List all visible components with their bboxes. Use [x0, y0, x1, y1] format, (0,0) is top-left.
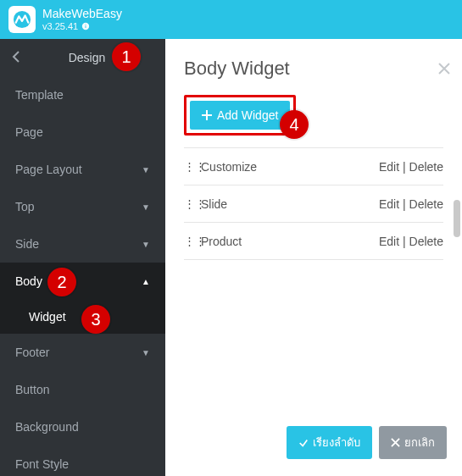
- brand-text: MakeWebEasy v3.25.41: [42, 8, 122, 30]
- widget-name: Product: [201, 235, 379, 248]
- sidebar-item-label: Background: [15, 420, 79, 434]
- svg-rect-2: [86, 25, 86, 28]
- chevron-left-icon: [12, 51, 20, 63]
- drag-handle-icon[interactable]: ⋮⋮: [184, 197, 196, 210]
- sidebar-item-label: Side: [15, 237, 39, 251]
- widget-actions: Edit | Delete: [379, 235, 443, 248]
- sidebar-item-label: Button: [15, 383, 49, 396]
- sidebar-item-footer[interactable]: Footer ▼: [0, 334, 165, 371]
- content-panel: Body Widget Add Widget ⋮⋮ Customize Edit…: [165, 39, 462, 476]
- widget-row: ⋮⋮ Slide Edit | Delete: [184, 185, 443, 223]
- widget-name: Slide: [201, 197, 379, 211]
- sidebar: Design Template Page Page Layout ▼ Top ▼…: [0, 39, 165, 476]
- sidebar-item-label: Footer: [15, 346, 49, 359]
- add-widget-label: Add Widget: [217, 108, 278, 122]
- sidebar-item-page-layout[interactable]: Page Layout ▼: [0, 151, 165, 188]
- delete-link[interactable]: Delete: [409, 160, 443, 174]
- add-widget-highlight: Add Widget: [184, 95, 296, 136]
- edit-link[interactable]: Edit: [379, 160, 399, 174]
- back-icon[interactable]: [12, 51, 20, 65]
- sidebar-item-background[interactable]: Background: [0, 408, 165, 446]
- callout-3: 3: [81, 305, 110, 334]
- sidebar-item-side[interactable]: Side ▼: [0, 225, 165, 263]
- cancel-button[interactable]: ยกเลิก: [379, 426, 447, 459]
- version-text: v3.25.41: [42, 21, 78, 31]
- close-button[interactable]: [438, 59, 450, 79]
- sidebar-item-label: Font Style: [15, 457, 69, 471]
- close-icon: [438, 63, 450, 75]
- sidebar-item-template[interactable]: Template: [0, 76, 165, 113]
- chevron-down-icon: ▼: [142, 348, 150, 357]
- sidebar-item-label: Page: [15, 125, 43, 139]
- sidebar-item-body[interactable]: Body ▲: [0, 263, 165, 300]
- brand-version: v3.25.41: [42, 21, 122, 31]
- action-separator: |: [399, 160, 409, 174]
- action-separator: |: [399, 197, 409, 211]
- brand-name: MakeWebEasy: [42, 8, 122, 20]
- callout-4: 4: [280, 110, 309, 139]
- drag-handle-icon[interactable]: ⋮⋮: [184, 160, 196, 173]
- chevron-down-icon: ▼: [142, 202, 150, 212]
- chevron-down-icon: ▼: [142, 165, 150, 174]
- scrollbar[interactable]: [454, 200, 460, 237]
- widget-name: Customize: [201, 160, 379, 174]
- add-widget-button[interactable]: Add Widget: [190, 101, 290, 130]
- widget-actions: Edit | Delete: [379, 197, 443, 211]
- svg-rect-8: [202, 114, 212, 116]
- info-icon: [81, 22, 90, 30]
- drag-handle-icon[interactable]: ⋮⋮: [184, 235, 196, 247]
- widget-list: ⋮⋮ Customize Edit | Delete ⋮⋮ Slide Edit…: [184, 147, 443, 260]
- edit-link[interactable]: Edit: [379, 235, 399, 248]
- brand-logo-icon: [13, 10, 31, 29]
- widget-row: ⋮⋮ Product Edit | Delete: [184, 223, 443, 260]
- sidebar-item-font-style[interactable]: Font Style: [0, 446, 165, 476]
- delete-link[interactable]: Delete: [409, 197, 443, 211]
- panel-title: Body Widget: [184, 58, 443, 80]
- sidebar-item-page[interactable]: Page: [0, 113, 165, 151]
- confirm-sort-button[interactable]: เรียงลำดับ: [287, 426, 372, 459]
- delete-link[interactable]: Delete: [409, 235, 443, 248]
- sidebar-item-label: Template: [15, 88, 64, 102]
- sidebar-item-button[interactable]: Button: [0, 371, 165, 408]
- action-separator: |: [399, 235, 409, 248]
- widget-actions: Edit | Delete: [379, 160, 443, 174]
- topbar: MakeWebEasy v3.25.41: [0, 0, 462, 39]
- x-icon: [391, 438, 400, 447]
- callout-1: 1: [112, 42, 141, 71]
- check-icon: [298, 438, 309, 448]
- widget-row: ⋮⋮ Customize Edit | Delete: [184, 148, 443, 185]
- confirm-label: เรียงลำดับ: [313, 434, 360, 451]
- chevron-up-icon: ▲: [142, 277, 150, 286]
- sidebar-item-label: Top: [15, 200, 35, 213]
- svg-rect-3: [86, 24, 86, 25]
- callout-2: 2: [47, 268, 76, 296]
- chevron-down-icon: ▼: [142, 240, 150, 249]
- sidebar-item-label: Widget: [29, 310, 66, 324]
- cancel-label: ยกเลิก: [404, 434, 435, 451]
- sidebar-item-label: Body: [15, 274, 42, 288]
- footer-buttons: เรียงลำดับ ยกเลิก: [287, 426, 447, 459]
- plus-icon: [202, 110, 212, 120]
- sidebar-title: Design: [69, 51, 106, 64]
- brand-logo: [8, 6, 36, 33]
- sidebar-item-top[interactable]: Top ▼: [0, 188, 165, 225]
- edit-link[interactable]: Edit: [379, 197, 399, 211]
- sidebar-item-label: Page Layout: [15, 163, 82, 176]
